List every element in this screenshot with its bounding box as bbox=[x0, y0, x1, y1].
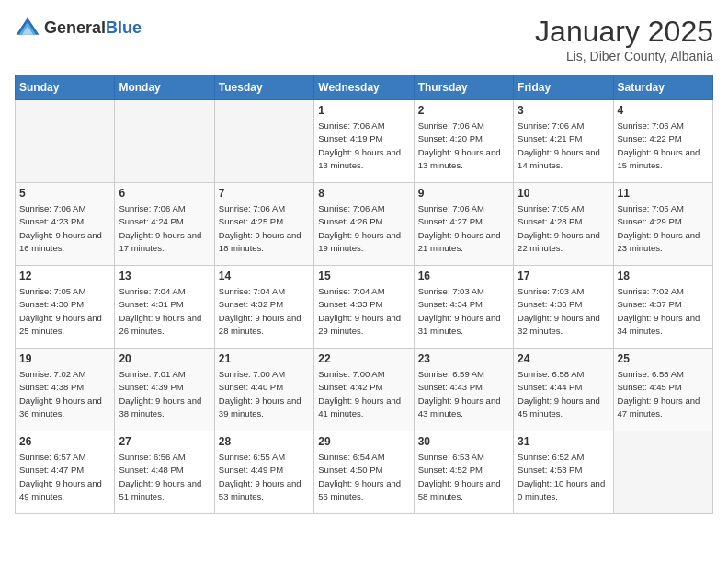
calendar-cell: 15Sunrise: 7:04 AMSunset: 4:33 PMDayligh… bbox=[314, 266, 414, 349]
day-info: Sunrise: 7:05 AMSunset: 4:29 PMDaylight:… bbox=[618, 202, 709, 255]
calendar-cell: 29Sunrise: 6:54 AMSunset: 4:50 PMDayligh… bbox=[314, 431, 414, 514]
col-header-wednesday: Wednesday bbox=[314, 75, 414, 100]
logo-text: GeneralBlue bbox=[44, 18, 142, 38]
calendar-cell: 27Sunrise: 6:56 AMSunset: 4:48 PMDayligh… bbox=[115, 431, 214, 514]
logo-icon bbox=[15, 15, 40, 40]
calendar-cell: 12Sunrise: 7:05 AMSunset: 4:30 PMDayligh… bbox=[16, 266, 115, 349]
day-number: 27 bbox=[119, 435, 210, 448]
day-number: 12 bbox=[19, 270, 110, 282]
calendar-cell: 19Sunrise: 7:02 AMSunset: 4:38 PMDayligh… bbox=[16, 349, 115, 431]
day-number: 9 bbox=[418, 187, 509, 200]
day-number: 22 bbox=[318, 352, 409, 365]
day-number: 11 bbox=[618, 187, 709, 200]
calendar-week-row: 19Sunrise: 7:02 AMSunset: 4:38 PMDayligh… bbox=[16, 349, 713, 431]
calendar-cell bbox=[214, 100, 313, 183]
day-info: Sunrise: 7:06 AMSunset: 4:23 PMDaylight:… bbox=[19, 202, 110, 255]
day-info: Sunrise: 7:03 AMSunset: 4:36 PMDaylight:… bbox=[518, 285, 609, 338]
title-block: January 2025 Lis, Diber County, Albania bbox=[535, 15, 713, 63]
day-info: Sunrise: 7:06 AMSunset: 4:24 PMDaylight:… bbox=[119, 202, 210, 255]
calendar-cell: 20Sunrise: 7:01 AMSunset: 4:39 PMDayligh… bbox=[115, 349, 214, 431]
month-title: January 2025 bbox=[535, 15, 713, 49]
day-number: 31 bbox=[518, 435, 609, 448]
calendar-cell: 6Sunrise: 7:06 AMSunset: 4:24 PMDaylight… bbox=[115, 183, 214, 266]
col-header-monday: Monday bbox=[115, 75, 214, 100]
day-number: 19 bbox=[19, 352, 110, 365]
calendar-week-row: 26Sunrise: 6:57 AMSunset: 4:47 PMDayligh… bbox=[16, 431, 713, 514]
day-info: Sunrise: 7:06 AMSunset: 4:21 PMDaylight:… bbox=[518, 120, 609, 172]
day-info: Sunrise: 7:00 AMSunset: 4:40 PMDaylight:… bbox=[219, 368, 310, 420]
day-info: Sunrise: 7:02 AMSunset: 4:37 PMDaylight:… bbox=[618, 285, 709, 338]
col-header-thursday: Thursday bbox=[414, 75, 513, 100]
day-number: 4 bbox=[618, 104, 709, 117]
day-info: Sunrise: 6:57 AMSunset: 4:47 PMDaylight:… bbox=[19, 451, 110, 503]
day-info: Sunrise: 7:01 AMSunset: 4:39 PMDaylight:… bbox=[119, 368, 210, 420]
calendar-cell: 4Sunrise: 7:06 AMSunset: 4:22 PMDaylight… bbox=[613, 100, 712, 183]
calendar-cell: 24Sunrise: 6:58 AMSunset: 4:44 PMDayligh… bbox=[514, 349, 613, 431]
day-info: Sunrise: 7:05 AMSunset: 4:30 PMDaylight:… bbox=[19, 285, 110, 338]
day-info: Sunrise: 7:06 AMSunset: 4:19 PMDaylight:… bbox=[318, 120, 409, 172]
day-number: 30 bbox=[418, 435, 509, 448]
col-header-friday: Friday bbox=[514, 75, 613, 100]
page-header: GeneralBlue January 2025 Lis, Diber Coun… bbox=[15, 15, 713, 63]
day-info: Sunrise: 7:03 AMSunset: 4:34 PMDaylight:… bbox=[418, 285, 509, 338]
day-number: 18 bbox=[618, 270, 709, 282]
day-info: Sunrise: 6:55 AMSunset: 4:49 PMDaylight:… bbox=[219, 451, 310, 503]
day-number: 29 bbox=[318, 435, 409, 448]
col-header-tuesday: Tuesday bbox=[214, 75, 313, 100]
day-info: Sunrise: 6:58 AMSunset: 4:44 PMDaylight:… bbox=[518, 368, 609, 420]
day-info: Sunrise: 7:06 AMSunset: 4:26 PMDaylight:… bbox=[318, 202, 409, 255]
day-number: 25 bbox=[618, 352, 709, 365]
calendar-table: SundayMondayTuesdayWednesdayThursdayFrid… bbox=[15, 75, 713, 514]
day-number: 23 bbox=[418, 352, 509, 365]
calendar-cell: 11Sunrise: 7:05 AMSunset: 4:29 PMDayligh… bbox=[613, 183, 712, 266]
calendar-cell bbox=[16, 100, 115, 183]
calendar-week-row: 1Sunrise: 7:06 AMSunset: 4:19 PMDaylight… bbox=[16, 100, 713, 183]
calendar-cell: 8Sunrise: 7:06 AMSunset: 4:26 PMDaylight… bbox=[314, 183, 414, 266]
calendar-cell: 1Sunrise: 7:06 AMSunset: 4:19 PMDaylight… bbox=[314, 100, 414, 183]
calendar-cell: 18Sunrise: 7:02 AMSunset: 4:37 PMDayligh… bbox=[613, 266, 712, 349]
calendar-cell: 9Sunrise: 7:06 AMSunset: 4:27 PMDaylight… bbox=[414, 183, 513, 266]
day-number: 1 bbox=[318, 104, 409, 117]
day-info: Sunrise: 7:00 AMSunset: 4:42 PMDaylight:… bbox=[318, 368, 409, 420]
day-number: 7 bbox=[219, 187, 310, 200]
day-info: Sunrise: 7:04 AMSunset: 4:31 PMDaylight:… bbox=[119, 285, 210, 338]
calendar-cell: 25Sunrise: 6:58 AMSunset: 4:45 PMDayligh… bbox=[613, 349, 712, 431]
calendar-cell: 14Sunrise: 7:04 AMSunset: 4:32 PMDayligh… bbox=[214, 266, 313, 349]
day-info: Sunrise: 6:58 AMSunset: 4:45 PMDaylight:… bbox=[618, 368, 709, 420]
day-info: Sunrise: 6:54 AMSunset: 4:50 PMDaylight:… bbox=[318, 451, 409, 503]
calendar-cell: 10Sunrise: 7:05 AMSunset: 4:28 PMDayligh… bbox=[514, 183, 613, 266]
calendar-cell: 30Sunrise: 6:53 AMSunset: 4:52 PMDayligh… bbox=[414, 431, 513, 514]
calendar-cell: 13Sunrise: 7:04 AMSunset: 4:31 PMDayligh… bbox=[115, 266, 214, 349]
day-number: 15 bbox=[318, 270, 409, 282]
calendar-cell: 28Sunrise: 6:55 AMSunset: 4:49 PMDayligh… bbox=[214, 431, 313, 514]
calendar-cell: 21Sunrise: 7:00 AMSunset: 4:40 PMDayligh… bbox=[214, 349, 313, 431]
calendar-cell: 7Sunrise: 7:06 AMSunset: 4:25 PMDaylight… bbox=[214, 183, 313, 266]
day-info: Sunrise: 6:59 AMSunset: 4:43 PMDaylight:… bbox=[418, 368, 509, 420]
calendar-cell: 31Sunrise: 6:52 AMSunset: 4:53 PMDayligh… bbox=[514, 431, 613, 514]
calendar-week-row: 5Sunrise: 7:06 AMSunset: 4:23 PMDaylight… bbox=[16, 183, 713, 266]
day-info: Sunrise: 7:04 AMSunset: 4:32 PMDaylight:… bbox=[219, 285, 310, 338]
day-info: Sunrise: 6:56 AMSunset: 4:48 PMDaylight:… bbox=[119, 451, 210, 503]
calendar-cell: 2Sunrise: 7:06 AMSunset: 4:20 PMDaylight… bbox=[414, 100, 513, 183]
day-info: Sunrise: 7:06 AMSunset: 4:22 PMDaylight:… bbox=[618, 120, 709, 172]
day-number: 8 bbox=[318, 187, 409, 200]
calendar-cell bbox=[115, 100, 214, 183]
col-header-sunday: Sunday bbox=[16, 75, 115, 100]
calendar-cell: 5Sunrise: 7:06 AMSunset: 4:23 PMDaylight… bbox=[16, 183, 115, 266]
day-number: 26 bbox=[19, 435, 110, 448]
day-info: Sunrise: 7:04 AMSunset: 4:33 PMDaylight:… bbox=[318, 285, 409, 338]
day-number: 14 bbox=[219, 270, 310, 282]
day-number: 5 bbox=[19, 187, 110, 200]
day-info: Sunrise: 7:06 AMSunset: 4:27 PMDaylight:… bbox=[418, 202, 509, 255]
day-number: 28 bbox=[219, 435, 310, 448]
calendar-cell: 3Sunrise: 7:06 AMSunset: 4:21 PMDaylight… bbox=[514, 100, 613, 183]
calendar-cell: 17Sunrise: 7:03 AMSunset: 4:36 PMDayligh… bbox=[514, 266, 613, 349]
col-header-saturday: Saturday bbox=[613, 75, 712, 100]
day-number: 17 bbox=[518, 270, 609, 282]
calendar-cell bbox=[613, 431, 712, 514]
day-number: 20 bbox=[119, 352, 210, 365]
logo: GeneralBlue bbox=[15, 15, 142, 40]
calendar-week-row: 12Sunrise: 7:05 AMSunset: 4:30 PMDayligh… bbox=[16, 266, 713, 349]
day-info: Sunrise: 6:52 AMSunset: 4:53 PMDaylight:… bbox=[518, 451, 609, 503]
calendar-cell: 23Sunrise: 6:59 AMSunset: 4:43 PMDayligh… bbox=[414, 349, 513, 431]
